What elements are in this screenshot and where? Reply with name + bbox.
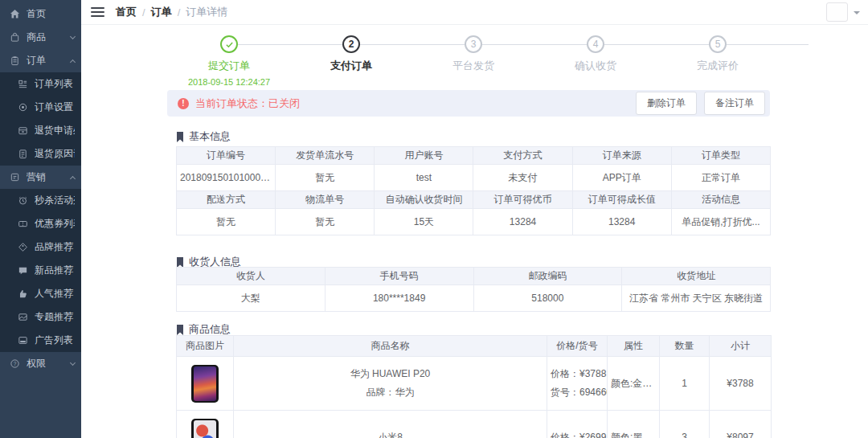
sidebar-item-label: 营销 [27, 170, 71, 184]
table-header-row: 商品图片 商品名称 价格/货号 属性 数量 小计 [177, 336, 772, 357]
sidebar-item-label: 品牌推荐 [35, 240, 75, 254]
chevron-down-icon [70, 33, 76, 39]
sidebar-item-coupon-list[interactable]: 优惠券列表 [0, 212, 81, 235]
subtotal-cell: ¥3788 [710, 357, 772, 411]
value-cell: 未支付 [473, 165, 572, 191]
product-name: 小米8 [237, 431, 543, 438]
sidebar-item-ad-list[interactable]: 广告列表 [0, 329, 81, 352]
note-order-button[interactable]: 备注订单 [704, 92, 765, 115]
header-cell: 邮政编码 [473, 268, 622, 285]
sidebar-item-goods[interactable]: 商品 [0, 26, 81, 49]
value-cell: 15天 [375, 209, 473, 235]
step-circle-wait: 3 [465, 35, 482, 53]
sidebar-item-return-requests[interactable]: 退货申请处理 [0, 119, 81, 142]
header-cell: 商品名称 [234, 336, 547, 357]
subtotal-cell: ¥8097 [710, 411, 772, 438]
sidebar-item-orders[interactable]: 订单 [0, 49, 81, 72]
sidebar-item-label: 人气推荐 [35, 287, 75, 301]
delete-order-button[interactable]: 删除订单 [636, 92, 697, 115]
step-circle-active: 2 [342, 35, 360, 53]
sidebar-item-brand-recommend[interactable]: 品牌推荐 [0, 235, 81, 259]
hamburger-icon[interactable] [91, 5, 104, 19]
quantity-cell: 3 [660, 411, 710, 438]
breadcrumb-separator: / [178, 6, 181, 18]
sidebar-item-label: 权限 [27, 357, 71, 370]
header-cell: 价格/货号 [547, 336, 608, 357]
chevron-down-icon [70, 359, 76, 365]
avatar[interactable] [826, 2, 848, 22]
header-cell: 订单类型 [671, 147, 770, 165]
step-circle-wait: 4 [587, 35, 604, 53]
step-submit-order: 提交订单 2018-09-15 12:24:27 [173, 25, 285, 87]
order-number-cell: 201809150101000001 [177, 165, 276, 191]
sidebar-item-label: 退货原因设置 [35, 147, 75, 161]
value-cell: 暂无 [276, 209, 375, 235]
order-status-alert: ! 当前订单状态：已关闭 删除订单 备注订单 [167, 90, 770, 117]
attributes-cell: 颜色:金色;容量:16G; [608, 357, 660, 411]
sidebar-item-label: 新品推荐 [35, 264, 75, 277]
basic-info-title: 基本信息 [176, 129, 231, 144]
topic-icon [17, 312, 28, 323]
sidebar-item-new-product-recommend[interactable]: 新品推荐 [0, 259, 81, 282]
basic-info-table: 订单编号 发货单流水号 用户账号 支付方式 订单来源 订单类型 20180915… [176, 146, 771, 235]
sidebar-item-label: 首页 [27, 7, 75, 21]
topbar: 首页 / 订单 / 订单详情 [81, 0, 868, 25]
sidebar-item-permissions[interactable]: ? 权限 [0, 352, 81, 375]
order-setting-icon [17, 102, 28, 113]
xiaomi-mi8-photo [191, 419, 219, 438]
value-cell: 暂无 [177, 209, 276, 235]
header-cell: 属性 [608, 336, 660, 357]
header-cell: 订单来源 [572, 147, 671, 165]
sidebar-item-marketing[interactable]: 营销 [0, 166, 81, 189]
price-sku-cell: 价格：¥3788 货号：6946605 [547, 357, 608, 411]
goods-icon [9, 32, 20, 43]
phone-cell: 180****1849 [325, 285, 473, 312]
breadcrumb-order-detail: 订单详情 [186, 5, 227, 19]
breadcrumb-home[interactable]: 首页 [116, 5, 137, 19]
product-name-cell: 华为 HUAWEI P20 品牌：华为 [234, 357, 547, 411]
product-name-cell: 小米8 [234, 411, 547, 438]
flash-sale-icon [17, 195, 28, 207]
value-cell: 13284 [572, 209, 671, 235]
breadcrumb-orders[interactable]: 订单 [151, 5, 172, 19]
sidebar-item-order-settings[interactable]: 订单设置 [0, 96, 81, 119]
value-cell: APP订单 [572, 165, 671, 191]
order-status-text: 当前订单状态：已关闭 [195, 96, 628, 111]
header-cell: 用户账号 [375, 147, 473, 165]
step-label: 确认收货 [539, 59, 652, 73]
sidebar-item-label: 退货申请处理 [35, 124, 75, 137]
bookmark-icon [176, 257, 184, 268]
sidebar-item-label: 订单 [27, 54, 71, 68]
header-cell: 收货地址 [622, 268, 771, 285]
sidebar-item-popular-recommend[interactable]: 人气推荐 [0, 282, 81, 305]
sidebar-item-label: 广告列表 [35, 334, 75, 347]
huawei-p20-photo [191, 365, 219, 403]
goods-info-table: 商品图片 商品名称 价格/货号 属性 数量 小计 华为 HUAWEI P20 品… [176, 335, 772, 438]
price: 价格：¥2699 [551, 431, 604, 438]
sidebar-item-order-list[interactable]: 订单列表 [0, 72, 81, 96]
sidebar-item-topic-recommend[interactable]: 专题推荐 [0, 305, 81, 329]
sidebar-item-home[interactable]: 首页 [0, 2, 81, 26]
svg-text:?: ? [13, 361, 16, 366]
table-row: 小米8 价格：¥2699 颜色:黑色;容量:16G; 3 ¥8097 [177, 411, 772, 438]
sidebar-item-flash-sale-list[interactable]: 秒杀活动列表 [0, 189, 81, 212]
sidebar-item-label: 商品 [27, 31, 71, 44]
sku: 货号：6946605 [551, 383, 604, 402]
caret-down-icon [854, 11, 860, 18]
header-cell: 商品图片 [177, 336, 234, 357]
check-icon [225, 40, 234, 49]
alert-exclamation-icon: ! [178, 98, 189, 109]
header-cell: 手机号码 [325, 268, 473, 285]
user-menu[interactable] [826, 2, 860, 22]
header-cell: 订单可得优币 [473, 191, 572, 209]
bookmark-icon [176, 132, 184, 142]
header-cell: 订单编号 [177, 147, 276, 165]
step-label: 完成评价 [661, 59, 774, 73]
step-label: 平台发货 [417, 59, 530, 73]
step-platform-ship: 3 平台发货 [417, 25, 530, 73]
activity-info-cell: 单品促销,打折优... [671, 209, 770, 235]
permission-icon: ? [9, 358, 20, 370]
sidebar-item-return-reasons[interactable]: 退货原因设置 [0, 142, 81, 166]
product-brand: 品牌：华为 [237, 383, 543, 402]
header-cell: 自动确认收货时间 [375, 191, 473, 209]
